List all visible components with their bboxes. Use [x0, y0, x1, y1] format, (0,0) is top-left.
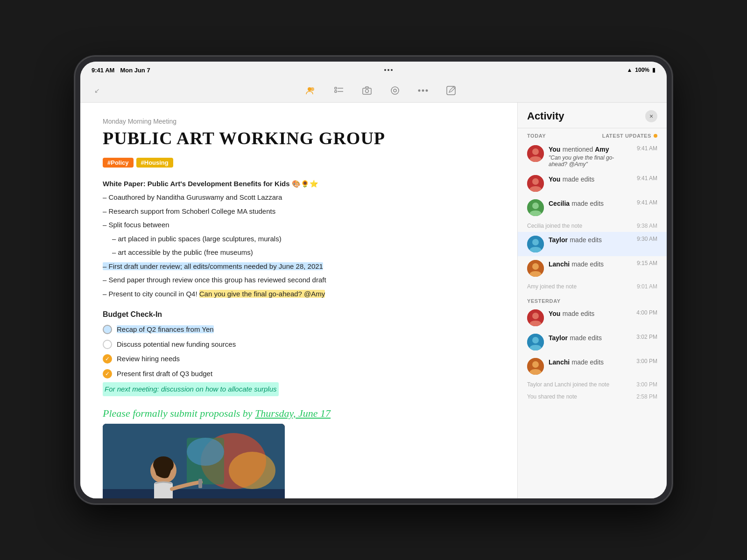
next-meeting-line: For next meeting: discussion on how to a…	[103, 382, 495, 396]
activity-item-taylor-edits[interactable]: Taylor made edits 9:30 AM	[518, 232, 667, 256]
note-image	[103, 424, 285, 498]
svg-point-33	[532, 263, 539, 270]
collapse-button[interactable]: ↙	[90, 83, 105, 98]
activity-section-label: TODAY LATEST UPDATES	[518, 128, 667, 141]
today-label: TODAY	[527, 133, 546, 139]
activity-text-taylor-yesterday: Taylor made edits	[549, 334, 632, 342]
activity-text-you-yesterday: You made edits	[549, 309, 632, 318]
avatar-you-1	[527, 145, 544, 162]
svg-rect-4	[335, 91, 337, 92]
line-coauthored: – Coauthored by Nanditha Guruswamy and S…	[103, 191, 495, 203]
activity-item-you-yesterday[interactable]: You made edits 4:00 PM	[518, 306, 667, 330]
more-icon[interactable]	[416, 83, 430, 98]
tags-container: #Policy #Housing	[103, 158, 495, 168]
close-button[interactable]: ×	[645, 110, 657, 122]
activity-text-cecilia-edits: Cecilia made edits	[549, 199, 632, 208]
checklist-text-2: Discuss potential new funding sources	[117, 338, 236, 350]
svg-point-25	[532, 148, 539, 155]
battery-icon: ▮	[652, 67, 655, 73]
line-first-draft: – First draft under review; all edits/co…	[103, 260, 495, 273]
dot-1	[384, 69, 386, 71]
activity-content-cecilia-edits: Cecilia made edits	[549, 199, 632, 208]
checklist-text-4: Present first draft of Q3 budget	[117, 368, 212, 380]
status-bar: 9:41 AM Mon Jun 7 ▲ 100% ▮	[80, 62, 667, 78]
note-body: White Paper: Public Art's Development Be…	[103, 178, 495, 498]
activity-item-you-edits[interactable]: You made edits 9:41 AM	[518, 171, 667, 196]
svg-point-9	[394, 89, 396, 92]
activity-title: Activity	[527, 110, 564, 122]
checkbox-1[interactable]	[103, 325, 112, 334]
note-title: PUBLIC ART WORKING GROUP	[103, 129, 495, 148]
divider-cecilia-joined: Cecilia joined the note 9:38 AM	[518, 220, 667, 232]
activity-content-lanchi-edits: Lanchi made edits	[549, 260, 632, 268]
checkbox-2[interactable]	[103, 340, 112, 349]
budget-header: Budget Check-In	[103, 308, 495, 321]
collaborators-icon[interactable]	[303, 83, 318, 98]
checklist-text-1: Recap of Q2 finances from Yen	[117, 323, 214, 336]
proposal-text: Please formally submit proposals by Thur…	[103, 405, 495, 422]
status-left: 9:41 AM Mon Jun 7	[92, 67, 150, 74]
wifi-icon: ▲	[627, 67, 632, 73]
svg-rect-23	[198, 479, 202, 488]
activity-item-cecilia-edits[interactable]: Cecilia made edits 9:41 AM	[518, 196, 667, 220]
svg-point-31	[532, 239, 539, 245]
activity-text-lanchi-yesterday: Lanchi made edits	[549, 358, 632, 366]
activity-content-lanchi-yesterday: Lanchi made edits	[549, 358, 632, 366]
activity-time-you-yesterday: 4:00 PM	[636, 309, 657, 316]
divider-amy-time: 9:01 AM	[637, 283, 657, 290]
activity-text-lanchi-edits: Lanchi made edits	[549, 260, 632, 268]
tag-housing[interactable]: #Housing	[136, 158, 173, 168]
divider-taylor-lanchi-time: 3:00 PM	[636, 381, 657, 388]
activity-time-2: 9:41 AM	[637, 175, 657, 182]
dot-3	[391, 69, 393, 71]
proposal-date: Thursday, June 17	[255, 407, 331, 419]
activity-item-lanchi-edits[interactable]: Lanchi made edits 9:15 AM	[518, 256, 667, 280]
svg-point-19	[187, 438, 224, 466]
svg-point-10	[418, 89, 421, 91]
avatar-cecilia-1	[527, 199, 544, 216]
svg-point-7	[366, 89, 369, 92]
camera-icon[interactable]	[359, 83, 374, 98]
checkbox-3[interactable]: ✓	[103, 354, 112, 364]
avatar-lanchi-1	[527, 260, 544, 277]
updates-dot	[654, 134, 657, 138]
checkbox-4[interactable]: ✓	[103, 369, 112, 378]
avatar-you-3	[527, 309, 544, 326]
avatar-lanchi-2	[527, 358, 544, 375]
activity-time-3: 9:41 AM	[637, 199, 657, 206]
activity-content-you-yesterday: You made edits	[549, 309, 632, 318]
tag-policy[interactable]: #Policy	[103, 158, 134, 168]
latest-updates-label: LATEST UPDATES	[602, 133, 657, 139]
whitepaper-heading: White Paper: Public Art's Development Be…	[103, 180, 318, 188]
svg-point-35	[532, 313, 539, 319]
line-present: – Present to city council in Q4! Can you…	[103, 288, 495, 300]
activity-item-lanchi-yesterday[interactable]: Lanchi made edits 3:00 PM	[518, 354, 667, 378]
notes-panel[interactable]: Monday Morning Meeting PUBLIC ART WORKIN…	[80, 103, 517, 498]
checklist-text-3: Review hiring needs	[117, 353, 180, 365]
activity-item-taylor-yesterday[interactable]: Taylor made edits 3:02 PM	[518, 330, 667, 354]
activity-panel: Activity × TODAY LATEST UPDATES	[517, 103, 667, 498]
activity-time-lanchi-1: 9:15 AM	[637, 260, 657, 266]
activity-list[interactable]: You mentioned Amy "Can you give the fina…	[518, 141, 667, 498]
edit-icon[interactable]	[444, 83, 458, 98]
activity-content-taylor-yesterday: Taylor made edits	[549, 334, 632, 342]
status-date: Mon Jun 7	[120, 67, 150, 74]
checklist-icon[interactable]	[331, 83, 346, 98]
latest-updates-text: LATEST UPDATES	[602, 133, 651, 139]
dot-2	[388, 69, 389, 71]
divider-cecilia-text: Cecilia joined the note	[527, 223, 582, 229]
avatar-taylor-2	[527, 334, 544, 350]
activity-item-you-mention[interactable]: You mentioned Amy "Can you give the fina…	[518, 141, 667, 171]
svg-point-27	[532, 178, 539, 185]
battery-label: 100%	[635, 67, 649, 73]
pen-icon[interactable]	[388, 83, 402, 98]
checklist-item-2: Discuss potential new funding sources	[103, 338, 495, 350]
svg-point-12	[426, 89, 428, 91]
ipad-screen: 9:41 AM Mon Jun 7 ▲ 100% ▮ ↙	[80, 62, 667, 498]
divider-you-shared: You shared the note 2:58 PM	[518, 391, 667, 403]
status-right: ▲ 100% ▮	[627, 67, 655, 73]
avatar-you-2	[527, 175, 544, 192]
svg-rect-22	[154, 482, 173, 498]
divider-you-shared-text: You shared the note	[527, 393, 577, 400]
divider-taylor-lanchi-text: Taylor and Lanchi joined the note	[527, 381, 609, 388]
